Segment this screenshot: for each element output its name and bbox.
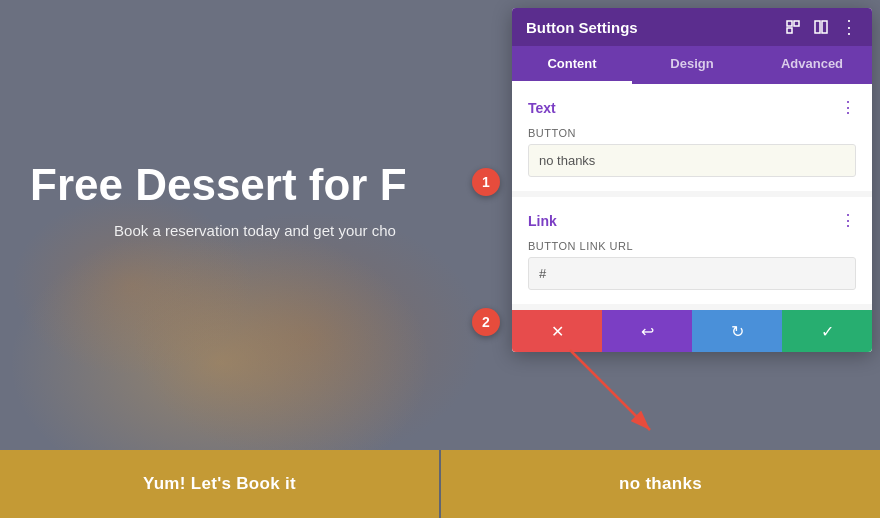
nothanks-button[interactable]: no thanks xyxy=(441,450,880,518)
panel-body: Text ⋮ Button Link ⋮ Button Link URL ✕ ↩… xyxy=(512,84,872,352)
more-icon[interactable]: ⋮ xyxy=(840,18,858,36)
grid-icon[interactable] xyxy=(812,18,830,36)
book-button[interactable]: Yum! Let's Book it xyxy=(0,450,439,518)
link-section-header: Link ⋮ xyxy=(528,211,856,230)
tab-advanced[interactable]: Advanced xyxy=(752,46,872,84)
text-section-title: Text xyxy=(528,100,556,116)
panel-title: Button Settings xyxy=(526,19,638,36)
expand-icon[interactable] xyxy=(784,18,802,36)
panel-header-icons: ⋮ xyxy=(784,18,858,36)
text-section-header: Text ⋮ xyxy=(528,98,856,117)
subtext: Book a reservation today and get your ch… xyxy=(114,222,396,239)
link-section-more[interactable]: ⋮ xyxy=(840,211,856,230)
button-text-input[interactable] xyxy=(528,144,856,177)
svg-line-1 xyxy=(570,350,650,430)
settings-panel: Button Settings ⋮ Content Desig xyxy=(512,8,872,352)
step-badge-1: 1 xyxy=(472,168,500,196)
svg-rect-6 xyxy=(822,21,827,33)
text-section-more[interactable]: ⋮ xyxy=(840,98,856,117)
svg-rect-3 xyxy=(794,21,799,26)
step-badge-2: 2 xyxy=(472,308,500,336)
svg-rect-5 xyxy=(815,21,820,33)
panel-tabs: Content Design Advanced xyxy=(512,46,872,84)
redo-button[interactable]: ↻ xyxy=(692,310,782,352)
headline: Free Dessert for F xyxy=(30,161,480,209)
svg-rect-2 xyxy=(787,21,792,26)
panel-header: Button Settings ⋮ xyxy=(512,8,872,46)
link-field-label: Button Link URL xyxy=(528,240,856,252)
bottom-buttons: Yum! Let's Book it no thanks xyxy=(0,450,880,518)
link-url-input[interactable] xyxy=(528,257,856,290)
arrow-indicator xyxy=(490,340,690,460)
tab-content[interactable]: Content xyxy=(512,46,632,84)
tab-design[interactable]: Design xyxy=(632,46,752,84)
main-content: Free Dessert for F Book a reservation to… xyxy=(0,0,510,420)
link-section: Link ⋮ Button Link URL xyxy=(512,197,872,304)
button-field-label: Button xyxy=(528,127,856,139)
save-button[interactable]: ✓ xyxy=(782,310,872,352)
link-section-title: Link xyxy=(528,213,557,229)
svg-rect-4 xyxy=(787,28,792,33)
text-section: Text ⋮ Button xyxy=(512,84,872,191)
